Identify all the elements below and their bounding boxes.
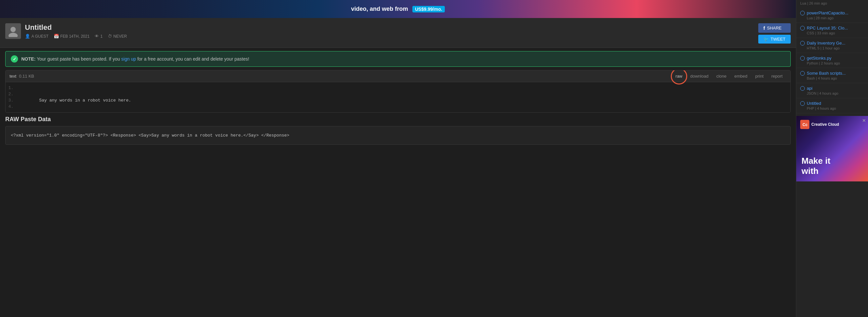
ad-tagline-line1: Make it (802, 156, 830, 166)
list-item: Untitled PHP | 4 hours ago (796, 98, 868, 113)
line-number: 3. (6, 98, 19, 103)
action-buttons: f SHARE 🐦 TWEET (758, 23, 791, 43)
share-button[interactable]: f SHARE (758, 23, 791, 33)
sidebar-meta: HTML 5 | 1 hour ago (807, 46, 864, 50)
table-row: 3. Say any words in a robot voice here. (6, 97, 790, 103)
sidebar-meta: CSS | 33 min ago (807, 31, 864, 35)
ad-price: US$9.99/mo. (412, 6, 445, 12)
timer-icon: ⏱ (108, 34, 112, 39)
globe-icon (800, 101, 805, 106)
sidebar-item-title: api (800, 86, 864, 91)
notification-body: Your guest paste has been posted. If you (37, 56, 121, 62)
list-item: api JSON | 4 hours ago (796, 83, 868, 98)
svg-text:Cc: Cc (803, 123, 808, 127)
list-item: RPC Layout 35: Clo... CSS | 33 min ago (796, 23, 868, 38)
ad-banner-text: video, and web from US$9.99/mo. (351, 6, 445, 12)
sidebar-ad: ✕ Cc Creative Cloud Make it with (796, 113, 868, 184)
line-number: 2. (6, 92, 19, 97)
report-button[interactable]: report (768, 72, 786, 80)
sidebar-meta: JSON | 4 hours ago (807, 91, 864, 95)
download-button[interactable]: download (686, 72, 712, 80)
author-item: 👤 A GUEST (25, 34, 49, 39)
globe-icon (800, 41, 805, 45)
calendar-icon: 📅 (54, 34, 59, 39)
raw-paste-title: RAW Paste Data (5, 116, 791, 123)
code-display: 1. 2. 3. Say any words in a robot voice … (6, 82, 790, 112)
list-item: Some Bash scripts... Bash | 4 hours ago (796, 68, 868, 83)
author-icon: 👤 (25, 34, 30, 39)
tweet-button[interactable]: 🐦 TWEET (758, 35, 791, 43)
svg-point-0 (10, 27, 16, 32)
sidebar-meta: Python | 2 hours ago (807, 61, 864, 65)
ad-close-button[interactable]: ✕ (862, 118, 866, 123)
svg-point-1 (8, 33, 18, 37)
sidebar-item-title: Some Bash scripts... (800, 71, 864, 76)
notification-bold: NOTE: (21, 56, 36, 62)
globe-icon (800, 86, 805, 91)
raw-paste-box: <?xml version="1.0" encoding="UTF-8"?> <… (5, 126, 791, 145)
sidebar-link[interactable]: Untitled (807, 101, 821, 106)
expiry-item: ⏱ NEVER (108, 34, 127, 39)
paste-meta: 👤 A GUEST 📅 FEB 14TH, 2021 👁 1 ⏱ NEVER (25, 34, 127, 39)
table-row: 2. (6, 91, 790, 97)
paste-info: Untitled 👤 A GUEST 📅 FEB 14TH, 2021 👁 1 (25, 23, 127, 39)
paste-header: Untitled 👤 A GUEST 📅 FEB 14TH, 2021 👁 1 (0, 18, 796, 48)
date-item: 📅 FEB 14TH, 2021 (54, 34, 89, 39)
sidebar-item-title: RPC Layout 35: Clo... (800, 26, 864, 30)
sidebar-link[interactable]: api (807, 86, 812, 91)
share-label: SHARE (767, 26, 782, 30)
cc-logo: Cc Creative Cloud (800, 120, 839, 129)
sidebar-ad-banner[interactable]: ✕ Cc Creative Cloud Make it with (796, 116, 868, 182)
tweet-label: TWEET (771, 37, 786, 41)
code-size: 0.11 KB (19, 74, 34, 78)
cc-logo-icon: Cc (800, 120, 809, 129)
globe-icon (800, 26, 805, 30)
avatar (5, 23, 21, 39)
sidebar-item-title: Untitled (800, 101, 864, 106)
print-button[interactable]: print (751, 72, 768, 80)
list-item: getStonks.py Python | 2 hours ago (796, 53, 868, 68)
eye-icon: 👁 (95, 34, 99, 39)
paste-date: FEB 14TH, 2021 (60, 34, 89, 39)
notification-bar: ✓ NOTE: Your guest paste has been posted… (5, 51, 791, 67)
facebook-icon: f (764, 25, 765, 31)
code-section: text 0.11 KB raw download clone embed pr… (5, 70, 791, 113)
table-row: 1. (6, 85, 790, 91)
ad-banner: video, and web from US$9.99/mo. (0, 0, 796, 18)
check-icon: ✓ (11, 55, 18, 63)
views-item: 👁 1 (95, 34, 102, 39)
line-number: 4. (6, 104, 19, 109)
code-toolbar: text 0.11 KB raw download clone embed pr… (6, 70, 790, 82)
sidebar-ad-tagline: Make it with (802, 156, 830, 176)
raw-button[interactable]: raw (672, 72, 686, 80)
sidebar-link[interactable]: getStonks.py (807, 56, 831, 61)
code-actions: raw download clone embed print report (672, 72, 786, 80)
paste-author: A GUEST (31, 34, 49, 39)
sidebar-meta: Lua | 28 min ago (807, 16, 864, 20)
line-number: 1. (6, 86, 19, 90)
paste-title: Untitled (25, 23, 127, 32)
globe-icon (800, 71, 805, 76)
table-row: 4. (6, 103, 790, 110)
notification-rest: for a free account, you can edit and del… (137, 56, 249, 62)
sidebar-link[interactable]: powerPlantCapacito... (807, 10, 848, 15)
globe-icon (800, 56, 805, 61)
globe-icon (800, 11, 805, 15)
code-info: text 0.11 KB (9, 74, 34, 78)
sidebar-link[interactable]: RPC Layout 35: Clo... (807, 26, 848, 30)
sidebar: Lua | 26 min ago powerPlantCapacito... L… (796, 0, 868, 317)
raw-paste-section: RAW Paste Data <?xml version="1.0" encod… (5, 116, 791, 145)
sidebar-item-title: Daily Inventory Ge... (800, 41, 864, 45)
paste-views: 1 (100, 34, 102, 39)
code-type: text (9, 74, 17, 78)
clone-button[interactable]: clone (712, 72, 731, 80)
signup-link[interactable]: sign up (121, 56, 136, 62)
raw-btn-container: raw (672, 72, 686, 80)
paste-title-section: Untitled 👤 A GUEST 📅 FEB 14TH, 2021 👁 1 (5, 23, 127, 39)
embed-button[interactable]: embed (731, 72, 751, 80)
sidebar-link[interactable]: Some Bash scripts... (807, 71, 846, 76)
list-item: Daily Inventory Ge... HTML 5 | 1 hour ag… (796, 38, 868, 53)
sidebar-item-title: getStonks.py (800, 56, 864, 61)
top-meta: Lua | 26 min ago (796, 0, 868, 8)
sidebar-link[interactable]: Daily Inventory Ge... (807, 41, 845, 45)
